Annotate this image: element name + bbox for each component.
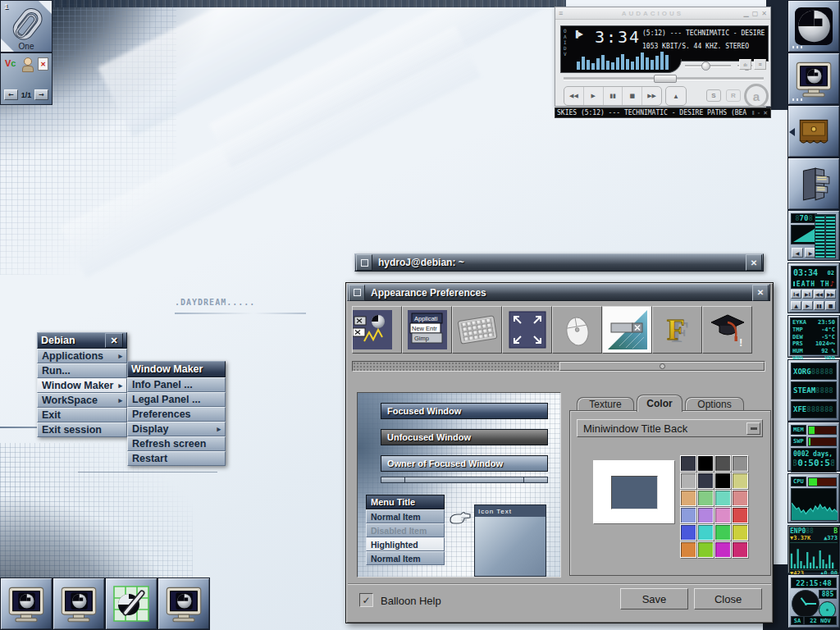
terminal-window-titlebar[interactable]: hydroJ@debian: ~ ✕ [354,253,764,272]
palette-swatch[interactable] [714,490,731,506]
workspace-clip[interactable]: 1 One [0,0,52,52]
palette-swatch[interactable] [680,472,696,489]
palette-swatch[interactable] [732,541,748,558]
palette-swatch[interactable] [732,490,748,506]
miniwindow-terminal-3[interactable] [158,578,210,630]
palette-swatch[interactable] [697,455,714,472]
menu-item-legal-panel[interactable]: Legal Panel ... [127,392,226,407]
palette-swatch[interactable] [732,472,748,489]
color-target-dropdown[interactable]: Miniwindow Title Back [577,419,763,437]
palette-swatch[interactable] [697,541,714,558]
save-button[interactable]: Save [620,588,688,609]
palette-swatch[interactable] [714,524,731,541]
music-rewind-button[interactable]: ◀◀ [814,290,824,299]
player-time[interactable]: 3:34 [595,27,641,47]
close-button[interactable]: Close [694,588,762,609]
menu-preferences-section-button[interactable]: Applicati New Entr Gimp [402,306,452,354]
palette-swatch[interactable] [697,524,714,541]
music-eject-button[interactable]: ▲ [791,301,801,310]
tab-texture[interactable]: Texture [577,397,634,411]
previous-button[interactable]: ◀◀ [564,87,584,105]
drawer-arrow-icon[interactable] [789,128,795,136]
palette-swatch[interactable] [697,507,714,523]
playlist-shade-icon[interactable]: ‖ [752,110,755,116]
menu-item-exit[interactable]: Exit [37,408,127,422]
preview-menu-title[interactable]: Menu Title [366,495,445,509]
equalizer-button[interactable]: ılı [739,59,751,70]
palette-swatch[interactable] [714,472,731,489]
pause-button[interactable]: ▮▮ [604,87,623,105]
volume-knob[interactable] [701,62,710,71]
submenu-titlebar[interactable]: Window Maker [127,361,226,377]
expert-section-button[interactable]: ! [702,306,752,354]
palette-swatch[interactable] [714,541,731,558]
preview-menu-normal-item[interactable]: Normal Item [366,509,445,523]
seek-handle[interactable] [654,75,677,83]
audacious-window[interactable]: ≡ audacious ▁ ▢ ✕ OAIDV ▐▶ 3:34 (5:12) -… [555,7,771,107]
miniwindow-wprefs[interactable] [105,578,158,630]
palette-swatch[interactable] [680,507,696,523]
play-button[interactable]: ▶ [584,87,604,105]
preview-unfocused-titlebar[interactable]: Unfocused Window [381,429,548,445]
vis-mode-letters[interactable]: OAIDV [564,28,567,57]
menu-item-applications[interactable]: Applications▸ [37,349,127,363]
menu-titlebar[interactable]: Debian ✕ [37,332,127,349]
launcher-xorg[interactable]: XORG88888 [791,363,837,380]
close-icon[interactable]: ✕ [761,10,767,17]
tray-icon-user[interactable] [22,57,34,71]
playlist-close-icon[interactable]: ✕ [763,110,768,116]
menu-item-exit-session[interactable]: Exit session [37,422,127,437]
audacious-titlebar[interactable]: ≡ audacious ▁ ▢ ✕ [555,7,770,20]
palette-swatch[interactable] [714,507,731,523]
eject-button[interactable]: ▲ [665,86,687,106]
menu-item-restart[interactable]: Restart [127,451,226,466]
miniaturize-button[interactable] [349,285,365,301]
music-next-button[interactable]: ▶I [802,290,813,299]
minimize-icon[interactable]: ▁ [744,10,749,17]
preview-menu-highlighted-item[interactable]: Highlighted [366,537,445,551]
palette-swatch[interactable] [680,490,696,506]
palette-swatch[interactable] [697,490,714,506]
palette-swatch[interactable] [697,472,714,489]
tray-icon-vlc[interactable]: Vc [5,58,16,68]
palette-swatch[interactable] [714,455,731,472]
palette-swatch[interactable] [680,541,696,558]
palette-swatch[interactable] [680,455,696,472]
track-title-text[interactable]: (5:12) --- TECHNIMATIC - DESIRE [642,30,765,37]
menu-item-refresh-screen[interactable]: Refresh screen [127,436,226,451]
music-forward-button[interactable]: ▶▶ [825,290,836,299]
font-section-button[interactable]: F F [652,306,702,354]
palette-swatch[interactable] [732,507,748,523]
window-focus-section-button[interactable] [352,306,402,354]
mixer-prev-channel-button[interactable]: ◀ [792,248,803,258]
music-stop-button[interactable]: ■ [825,301,836,310]
tab-color[interactable]: Color [637,395,682,412]
playlist-shaded-bar[interactable]: SKIES (5:12) --- TECHNIMATIC - DESIRE PA… [555,107,771,118]
close-button[interactable]: ✕ [746,254,762,271]
playlist-resize-icon[interactable]: ▫ [758,110,760,116]
palette-swatch[interactable] [732,524,748,541]
shuffle-button[interactable]: S [706,89,721,102]
preview-icon[interactable]: Icon Text [474,504,546,577]
music-pause-button[interactable]: ▮▮ [814,301,824,310]
preview-focused-titlebar[interactable]: Focused Window [381,403,548,419]
miniwindow-terminal-2[interactable] [52,578,105,630]
menu-item-info-panel[interactable]: Info Panel ... [127,377,226,392]
dock-tile-drawer[interactable] [788,105,840,158]
balloon-help-checkbox[interactable]: ✓ [359,593,373,607]
next-button[interactable]: ▶▶ [642,87,661,105]
spectrum-analyzer[interactable] [577,45,672,70]
menu-item-display[interactable]: Display▸ [127,422,226,436]
palette-swatch[interactable] [732,455,748,472]
repeat-button[interactable]: R [726,89,741,102]
mixer-volume-wedge[interactable] [791,225,817,244]
dialog-titlebar[interactable]: Appearance Preferences ✕ [347,284,770,301]
tab-options[interactable]: Options [685,397,744,411]
dock-tile-terminal[interactable] [788,52,840,105]
menu-item-window-maker[interactable]: Window Maker▸ [37,378,127,393]
shade-icon[interactable]: ▢ [752,10,759,17]
scrollbar-thumb[interactable] [559,362,765,371]
miniaturize-button[interactable] [356,254,372,271]
dock-tile-wmaker[interactable] [788,0,840,52]
menu-item-run[interactable]: Run... [37,363,127,378]
